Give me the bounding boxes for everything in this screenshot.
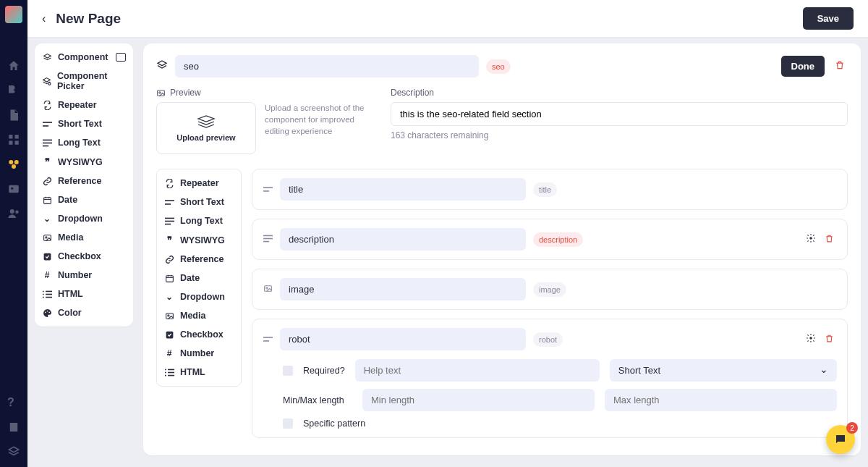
back-button[interactable]: ‹ (42, 12, 46, 25)
svg-point-23 (45, 236, 46, 237)
sub-field-type-palette: RepeaterShort TextLong Text❞WYSIWYGRefer… (156, 169, 242, 387)
field-type-number[interactable]: #Number (35, 266, 133, 285)
field-type-dropdown[interactable]: ⌄Dropdown (35, 209, 133, 228)
minmax-label: Min/Max length (283, 395, 352, 405)
nav-layers-icon[interactable] (7, 445, 20, 455)
field-type-component[interactable]: Component (35, 48, 133, 67)
field-slug-tag: robot (533, 332, 563, 347)
nav-home-icon[interactable] (7, 59, 20, 70)
field-type-short-text[interactable]: Short Text (35, 114, 133, 133)
field-type-long-text[interactable]: Long Text (35, 133, 133, 152)
field-settings-icon[interactable] (803, 330, 819, 348)
field-details: Required?Min/Max lengthSpecific pattern (263, 359, 837, 429)
link-icon (42, 177, 52, 186)
help-text-input[interactable] (355, 359, 600, 382)
chat-badge: 2 (846, 422, 858, 434)
nav-blog-icon[interactable] (7, 84, 20, 94)
subfield-type-media[interactable]: Media (157, 306, 241, 325)
field-settings-icon[interactable] (803, 230, 819, 248)
subfield-type-long-text[interactable]: Long Text (157, 211, 241, 230)
nav-honeycomb-icon[interactable] (7, 158, 20, 168)
done-button[interactable]: Done (781, 56, 825, 77)
field-slug-tag: image (533, 282, 566, 297)
page-header: ‹ New Page Save (27, 0, 868, 38)
field-name-input[interactable] (280, 228, 526, 251)
subfield-type-short-text[interactable]: Short Text (157, 193, 241, 211)
svg-point-46 (167, 314, 169, 316)
max-length-input[interactable] (605, 389, 837, 411)
drag-handle-icon[interactable] (263, 284, 273, 295)
nav-document-icon[interactable] (7, 109, 20, 119)
short-icon (42, 121, 52, 127)
extra-box-icon (116, 53, 126, 62)
nav-help-icon[interactable]: ? (7, 396, 20, 406)
nav-media-icon[interactable] (7, 182, 20, 193)
field-name-input[interactable] (280, 328, 526, 350)
field-type-repeater[interactable]: Repeater (35, 96, 133, 114)
nav-book-icon[interactable] (7, 421, 20, 431)
svg-point-33 (48, 311, 50, 313)
drag-handle-icon[interactable] (263, 184, 273, 195)
field-type-checkbox[interactable]: Checkbox (35, 247, 133, 266)
upload-preview-box[interactable]: Upload preview (156, 102, 256, 154)
component-slug-tag: seo (486, 59, 511, 74)
subfield-type-checkbox[interactable]: Checkbox (157, 325, 241, 344)
chevron-icon: ⌄ (42, 214, 52, 224)
subfield-type-date[interactable]: Date (157, 269, 241, 287)
svg-rect-41 (166, 275, 173, 282)
nav-rail: ? (0, 0, 27, 467)
subfield-type-number[interactable]: #Number (157, 344, 241, 363)
description-counter: 163 characters remaining (391, 130, 848, 140)
subfield-type-dropdown[interactable]: ⌄Dropdown (157, 287, 241, 306)
field-slug-tag: description (533, 232, 583, 247)
svg-point-6 (12, 164, 16, 169)
field-name-input[interactable] (280, 278, 526, 300)
component-name-input[interactable] (175, 55, 479, 77)
hash-icon: # (42, 270, 52, 280)
svg-point-5 (14, 160, 19, 164)
delete-component-icon[interactable] (832, 57, 848, 75)
required-checkbox[interactable] (283, 366, 293, 376)
field-type-component-picker[interactable]: Component Picker (35, 67, 133, 96)
field-type-html[interactable]: HTML (35, 285, 133, 303)
drag-handle-icon[interactable] (263, 334, 273, 345)
field-row-robot: robotRequired?Min/Max lengthSpecific pat… (252, 319, 848, 438)
pattern-label: Specific pattern (303, 418, 365, 429)
chat-widget[interactable]: 2 (826, 425, 855, 454)
field-type-media[interactable]: Media (35, 228, 133, 247)
repeat-icon (164, 179, 174, 188)
field-delete-icon[interactable] (822, 331, 837, 348)
svg-point-31 (44, 311, 46, 313)
nav-grid-icon[interactable] (7, 133, 20, 143)
svg-rect-11 (10, 423, 18, 432)
field-type-reference[interactable]: Reference (35, 172, 133, 190)
subfield-type-html[interactable]: HTML (157, 363, 241, 382)
main-area: ‹ New Page Save ComponentComponent Picke… (27, 0, 868, 467)
field-type-wysiwyg[interactable]: ❞WYSIWYG (35, 152, 133, 172)
min-length-input[interactable] (362, 389, 595, 411)
svg-point-64 (809, 337, 812, 340)
pattern-checkbox[interactable] (283, 418, 293, 429)
subfield-type-repeater[interactable]: Repeater (157, 174, 241, 193)
long-icon (42, 139, 52, 147)
subfield-type-wysiwyg[interactable]: ❞WYSIWYG (157, 230, 241, 250)
upload-hint: Upload a screenshot of the component for… (265, 102, 373, 137)
app-logo (5, 6, 22, 23)
description-input[interactable] (391, 102, 848, 126)
field-row-image: image (252, 269, 848, 310)
long-icon (164, 217, 174, 225)
field-type-date[interactable]: Date (35, 190, 133, 209)
drag-handle-icon[interactable] (263, 234, 273, 245)
field-type-select[interactable] (610, 359, 837, 382)
field-name-input[interactable] (280, 178, 526, 201)
nav-users-icon[interactable] (7, 207, 20, 217)
fields-list: titledescriptionimagerobotRequired?Min/M… (252, 169, 848, 447)
required-label: Required? (303, 366, 345, 376)
field-type-color[interactable]: Color (35, 303, 133, 322)
field-delete-icon[interactable] (822, 231, 837, 248)
list-icon (42, 290, 52, 298)
check-icon (164, 330, 174, 340)
svg-point-12 (48, 83, 51, 85)
subfield-type-reference[interactable]: Reference (157, 250, 241, 269)
save-button[interactable]: Save (803, 7, 854, 30)
